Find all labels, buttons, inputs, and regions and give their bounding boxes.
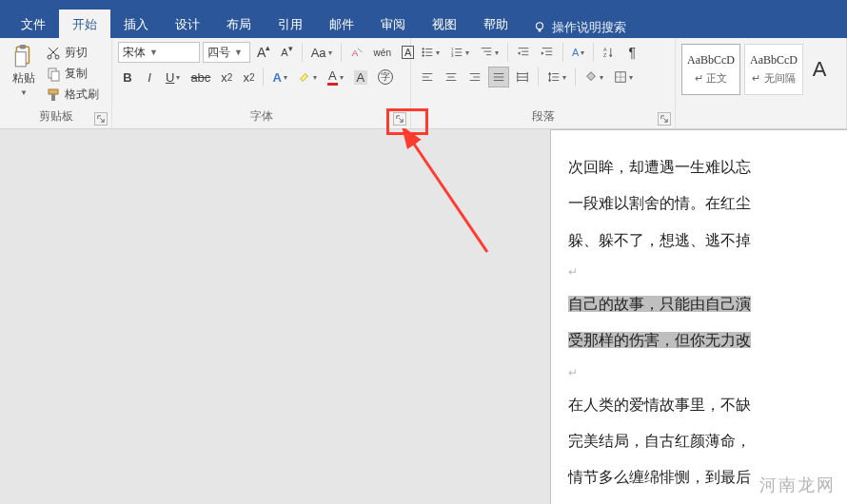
underline-button[interactable]: U▾ <box>162 67 184 87</box>
text-effects-button[interactable]: A▾ <box>268 67 290 87</box>
doc-line[interactable]: 躲、躲不了，想逃、逃不掉 <box>568 223 847 259</box>
increase-indent-button[interactable] <box>537 42 558 63</box>
subscript-button[interactable]: x2 <box>217 67 236 87</box>
cut-button[interactable]: 剪切 <box>44 44 101 62</box>
sort-button[interactable]: AZ <box>599 42 620 63</box>
tab-layout[interactable]: 布局 <box>213 10 265 38</box>
doc-line[interactable]: 在人类的爱情故事里，不缺 <box>568 387 847 423</box>
shading-button[interactable]: ▾ <box>581 67 607 87</box>
borders-button[interactable]: ▾ <box>610 67 637 87</box>
doc-line[interactable]: 一段难以割舍的情。在红尘 <box>568 185 847 222</box>
svg-point-6 <box>55 55 59 59</box>
svg-point-18 <box>422 54 424 56</box>
svg-rect-11 <box>49 89 58 94</box>
bullets-button[interactable]: ▾ <box>417 42 443 63</box>
paste-icon <box>11 44 36 68</box>
svg-rect-12 <box>51 94 55 101</box>
doc-line[interactable]: 情节多么缠绵悱恻，到最后 <box>568 459 847 495</box>
align-left-button[interactable] <box>417 67 438 87</box>
svg-marker-40 <box>609 55 613 58</box>
group-font: 宋体▼ 四号▼ A▴ A▾ Aa▾ A wén A B I U▾ <box>112 38 411 128</box>
phonetic-guide-button[interactable]: wén <box>370 42 395 63</box>
svg-text:Z: Z <box>603 52 607 58</box>
tell-me-search[interactable]: 操作说明搜索 <box>522 10 638 38</box>
numbering-button[interactable]: 123▾ <box>446 42 473 63</box>
change-case-button[interactable]: Aa▾ <box>307 42 336 63</box>
asian-layout-button[interactable]: A▾ <box>568 42 588 63</box>
group-clipboard: 粘贴 ▼ 剪切 复制 <box>0 38 112 128</box>
tell-me-label: 操作说明搜索 <box>552 19 626 36</box>
doc-line[interactable]: 次回眸，却遭遇一生难以忘 <box>568 149 847 185</box>
group-styles: AaBbCcD ↵ 正文 AaBbCcD ↵ 无间隔 A <box>676 38 847 128</box>
shrink-font-button[interactable]: A▾ <box>277 42 296 63</box>
svg-rect-4 <box>15 52 26 67</box>
font-launcher[interactable] <box>393 112 406 126</box>
paragraph-mark: ↵ <box>568 359 847 387</box>
tab-help[interactable]: 帮助 <box>470 10 522 38</box>
distributed-button[interactable] <box>512 67 533 87</box>
font-color-button[interactable]: A▾ <box>324 67 347 87</box>
document-page[interactable]: 次回眸，却遭遇一生难以忘 一段难以割舍的情。在红尘 躲、躲不了，想逃、逃不掉 ↵… <box>550 129 847 504</box>
lightbulb-icon <box>533 21 546 34</box>
tab-mailings[interactable]: 邮件 <box>316 10 367 38</box>
document-canvas[interactable]: 次回眸，却遭遇一生难以忘 一段难以割舍的情。在红尘 躲、躲不了，想逃、逃不掉 ↵… <box>0 129 847 504</box>
style-normal[interactable]: AaBbCcD ↵ 正文 <box>681 44 740 95</box>
tab-references[interactable]: 引用 <box>265 10 316 38</box>
tab-home[interactable]: 开始 <box>59 10 110 38</box>
strikethrough-button[interactable]: abc <box>187 67 214 87</box>
format-painter-button[interactable]: 格式刷 <box>44 86 101 104</box>
tab-file[interactable]: 文件 <box>8 10 59 38</box>
bold-button[interactable]: B <box>118 67 137 87</box>
doc-line[interactable]: 自己的故事，只能由自己演 <box>568 286 847 322</box>
style-no-spacing[interactable]: AaBbCcD ↵ 无间隔 <box>744 44 803 95</box>
clipboard-group-label: 剪贴板 <box>0 107 111 128</box>
paste-button[interactable]: 粘贴 ▼ <box>6 42 42 97</box>
enclose-characters-button[interactable]: 字 <box>374 67 397 87</box>
copy-icon <box>46 67 61 82</box>
grow-font-button[interactable]: A▴ <box>253 42 274 63</box>
line-spacing-button[interactable]: ▾ <box>543 67 570 87</box>
character-shading-button[interactable]: A <box>350 67 372 87</box>
highlight-button[interactable]: ▾ <box>294 67 321 87</box>
svg-point-5 <box>48 55 51 59</box>
svg-rect-10 <box>51 71 59 81</box>
align-right-button[interactable] <box>464 67 485 87</box>
svg-point-14 <box>422 48 424 49</box>
svg-line-7 <box>50 48 58 55</box>
paste-label: 粘贴 <box>12 70 35 87</box>
justify-button[interactable] <box>488 67 509 87</box>
superscript-button[interactable]: x2 <box>239 67 258 87</box>
svg-marker-32 <box>518 51 521 55</box>
tab-review[interactable]: 审阅 <box>367 10 419 38</box>
ribbon-tab-strip: 文件 开始 插入 设计 布局 引用 邮件 审阅 视图 帮助 操作说明搜索 <box>0 10 847 38</box>
format-painter-icon <box>46 87 61 103</box>
ribbon: 粘贴 ▼ 剪切 复制 <box>0 38 847 129</box>
tab-insert[interactable]: 插入 <box>110 10 162 38</box>
doc-line[interactable]: 受那样的伤害，但你无力改 <box>568 322 847 359</box>
svg-line-8 <box>49 48 56 55</box>
svg-point-0 <box>537 22 543 29</box>
svg-text:3: 3 <box>451 53 454 58</box>
group-paragraph: ▾ 123▾ ▾ A▾ AZ ¶ ▾ ▾ <box>411 38 676 128</box>
font-name-combo[interactable]: 宋体▼ <box>118 42 200 63</box>
svg-rect-1 <box>539 29 542 31</box>
copy-button[interactable]: 复制 <box>44 65 101 83</box>
tab-view[interactable]: 视图 <box>419 10 470 38</box>
doc-line[interactable]: 完美结局，自古红颜薄命， <box>568 423 847 459</box>
paragraph-mark: ↵ <box>568 259 847 286</box>
style-heading-partial[interactable]: A <box>807 44 832 95</box>
clipboard-launcher[interactable] <box>94 112 108 126</box>
svg-point-16 <box>422 51 424 53</box>
tab-design[interactable]: 设计 <box>162 10 213 38</box>
align-center-button[interactable] <box>441 67 462 87</box>
decrease-indent-button[interactable] <box>513 42 534 63</box>
copy-label: 复制 <box>65 66 88 82</box>
paragraph-launcher[interactable] <box>658 112 671 126</box>
font-size-combo[interactable]: 四号▼ <box>203 42 250 63</box>
clear-formatting-button[interactable]: A <box>346 42 367 63</box>
cut-label: 剪切 <box>65 45 88 61</box>
italic-button[interactable]: I <box>140 67 159 87</box>
svg-text:A: A <box>351 48 358 58</box>
show-hide-button[interactable]: ¶ <box>622 42 641 63</box>
multilevel-list-button[interactable]: ▾ <box>476 42 502 63</box>
